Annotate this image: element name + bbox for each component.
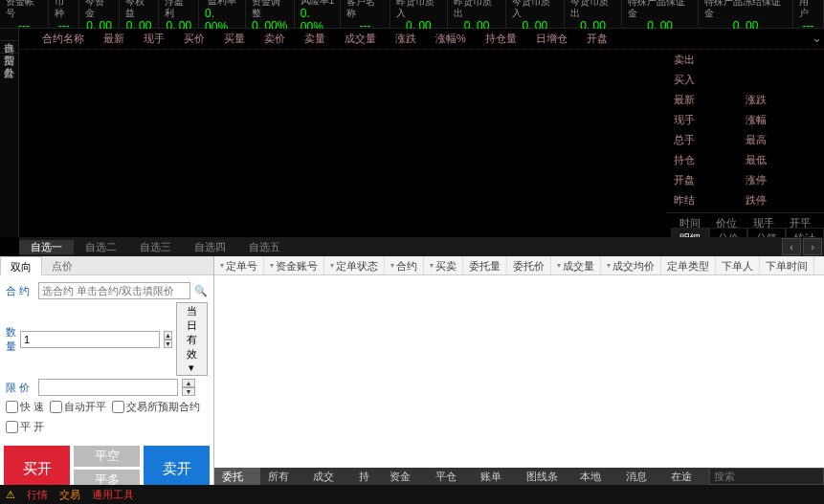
stat-risk: 风险率10. 00%	[295, 0, 342, 28]
gh-bs[interactable]: ▾买卖	[424, 256, 463, 274]
rail-tab-futures[interactable]: 期货	[0, 40, 18, 53]
warning-icon[interactable]: ⚠	[0, 489, 21, 501]
search-icon[interactable]: 🔍	[194, 285, 208, 297]
col-open[interactable]: 开盘	[577, 32, 617, 46]
gh-contract[interactable]: ▾合约	[385, 256, 424, 274]
btab-pending[interactable]: 所有挂单	[260, 468, 306, 485]
btab-statement[interactable]: 账单查询	[473, 468, 519, 485]
btab-transit[interactable]: 在途资金	[663, 468, 709, 485]
col-bidqty[interactable]: 买量	[214, 32, 255, 46]
col-name[interactable]: 合约名称	[33, 32, 94, 46]
gh-status[interactable]: ▾定单状态	[324, 256, 385, 274]
wtab-5[interactable]: 自选五	[237, 240, 292, 254]
status-trade[interactable]: 交易	[54, 488, 86, 502]
btab-arb[interactable]: 本地套利	[572, 468, 618, 485]
label-qty: 数 量	[6, 325, 16, 354]
quote-area: 合约名称 最新 现手 买价 买量 卖价 卖量 成交量 涨跌 涨幅% 持仓量 日增…	[19, 29, 824, 249]
status-bar: ⚠ 行情 交易 通用工具	[0, 485, 824, 504]
status-quotes[interactable]: 行情	[21, 488, 54, 502]
stat-account[interactable]: 资金帐号---	[0, 0, 49, 28]
detail-sell: 卖出	[674, 53, 816, 67]
btab-closequery[interactable]: 平仓查询	[428, 468, 474, 485]
gh-time[interactable]: 下单时间	[760, 256, 814, 274]
col-bid[interactable]: 买价	[174, 32, 214, 46]
btab-fills[interactable]: 成交查询	[305, 468, 351, 485]
rail-tab-watchlist[interactable]: 自选	[0, 29, 18, 40]
chk-closeopen[interactable]: 平 开	[6, 420, 44, 434]
btab-positions[interactable]: 持仓	[351, 468, 382, 485]
btab-funds[interactable]: 资金查询	[382, 468, 428, 485]
search-input[interactable]	[709, 468, 824, 485]
wtab-3[interactable]: 自选三	[128, 240, 183, 254]
stat-9: 昨货币质入0. 00	[390, 0, 449, 28]
stat-adj: 资金调整0. 00%	[246, 0, 295, 28]
contract-input[interactable]	[38, 282, 190, 299]
stat-capital: 今资金0. 00	[79, 0, 120, 28]
btab-orders[interactable]: 委托信息	[214, 468, 260, 485]
tab-pricetap[interactable]: 点价	[42, 256, 82, 274]
lower-panel: 双向 点价 合 约 🔍 数 量 ▲▼ 当日有效 ▾ 限 价 ▲▼ 快 速	[0, 256, 824, 485]
col-volume[interactable]: 成交量	[335, 32, 386, 46]
grid-body[interactable]	[214, 275, 824, 485]
stat-14: 特殊产品冻结保证金0. 00	[699, 0, 793, 28]
col-changepct[interactable]: 涨幅%	[426, 32, 476, 46]
collapse-icon[interactable]: ⌄	[812, 31, 822, 45]
rail-expand-icon[interactable]: »	[0, 65, 18, 84]
chk-exchange[interactable]: 交易所预期合约	[112, 400, 200, 414]
wtab-4[interactable]: 自选四	[183, 240, 237, 254]
gh-avg[interactable]: ▾成交均价	[601, 256, 661, 274]
wtab-1[interactable]: 自选一	[19, 240, 74, 254]
rail-tab-foreign[interactable]: 外盘	[0, 53, 18, 65]
gh-trader[interactable]: 下单人	[716, 256, 760, 274]
chk-autooc[interactable]: 自动开平	[50, 400, 106, 414]
close-short-button[interactable]: 平空	[74, 446, 140, 467]
page-prev-button[interactable]: ‹	[782, 238, 801, 255]
qty-spinner[interactable]: ▲▼	[164, 331, 172, 348]
gh-qty[interactable]: 委托量	[463, 256, 507, 274]
stat-11: 今货币质入0. 00	[506, 0, 565, 28]
grid-header-row: ▾定单号 ▾资金账号 ▾定单状态 ▾合约 ▾买卖 委托量 委托价 ▾成交量 ▾成…	[214, 256, 824, 275]
stat-pl-rate: 盈利率0. 00%	[199, 0, 246, 28]
gh-type[interactable]: 定单类型	[661, 256, 716, 274]
col-askqty[interactable]: 卖量	[295, 32, 335, 46]
stat-10: 昨货币质出0. 00	[448, 0, 506, 28]
stat-12: 今货币质出0. 00	[565, 0, 623, 28]
form-tabs: 双向 点价	[0, 256, 213, 275]
btab-conditional[interactable]: 图线条件单	[519, 468, 572, 485]
col-oichg[interactable]: 日增仓	[526, 32, 577, 46]
stat-float-pl: 浮盈利0. 00	[159, 0, 199, 28]
col-last[interactable]: 最新	[94, 32, 134, 46]
gh-fillqty[interactable]: ▾成交量	[551, 256, 601, 274]
stat-user: 用户---	[793, 0, 824, 28]
order-form: 双向 点价 合 约 🔍 数 量 ▲▼ 当日有效 ▾ 限 价 ▲▼ 快 速	[0, 256, 214, 485]
col-oi[interactable]: 持仓量	[476, 32, 526, 46]
wtab-2[interactable]: 自选二	[74, 240, 128, 254]
stat-currency[interactable]: 币种---	[49, 0, 79, 28]
price-spinner[interactable]: ▲▼	[182, 379, 195, 396]
gh-price[interactable]: 委托价	[507, 256, 551, 274]
stat-13: 特殊产品保证金0. 00	[622, 0, 699, 28]
page-next-button[interactable]: ›	[803, 238, 822, 255]
status-tools[interactable]: 通用工具	[86, 488, 140, 502]
detail-buy: 买入	[674, 73, 816, 87]
col-ask[interactable]: 卖价	[255, 32, 295, 46]
chk-fast[interactable]: 快 速	[6, 400, 44, 414]
watchlist-tabs: 自选一 自选二 自选三 自选四 自选五 ‹ ›	[19, 237, 824, 256]
stats-bar: 资金帐号--- 币种--- 今资金0. 00 今权益0. 00 浮盈利0. 00…	[0, 0, 824, 29]
detail-panel: 卖出 买入 最新涨跌 现手涨幅 总手最高 持仓最低 开盘涨停 昨结跌停 时间价位…	[666, 50, 824, 249]
validity-button[interactable]: 当日有效 ▾	[176, 302, 208, 376]
btab-msg[interactable]: 消息查询	[618, 468, 664, 485]
quote-body	[19, 50, 661, 249]
order-grid: ▾定单号 ▾资金账号 ▾定单状态 ▾合约 ▾买卖 委托量 委托价 ▾成交量 ▾成…	[214, 256, 824, 485]
col-change[interactable]: 涨跌	[386, 32, 426, 46]
gh-orderno[interactable]: ▾定单号	[214, 256, 264, 274]
gh-acct[interactable]: ▾资金账号	[264, 256, 324, 274]
stat-equity: 今权益0. 00	[120, 0, 160, 28]
col-curvol[interactable]: 现手	[134, 32, 174, 46]
stat-client: 客户名称---	[341, 0, 390, 28]
label-price: 限 价	[6, 381, 34, 395]
price-input[interactable]	[38, 379, 178, 396]
tab-twoway[interactable]: 双向	[0, 256, 42, 275]
qty-input[interactable]	[20, 331, 160, 348]
chevron-down-icon: ▾	[189, 362, 194, 373]
